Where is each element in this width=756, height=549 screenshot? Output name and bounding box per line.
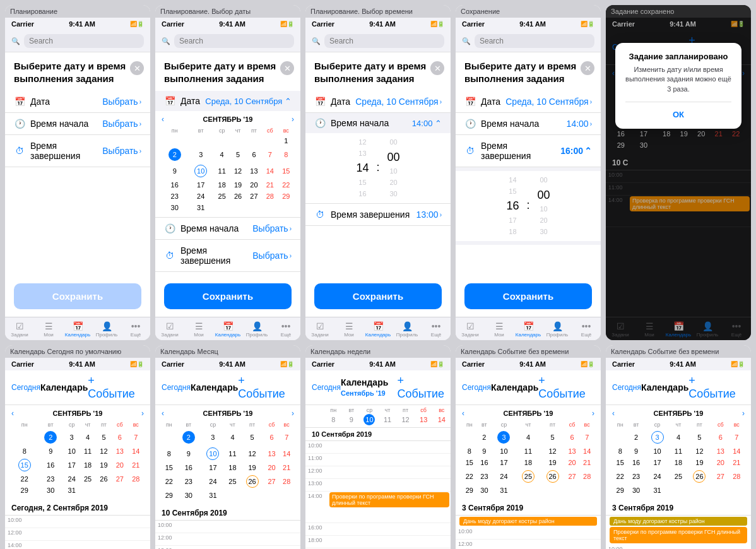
nav-tasks-1[interactable]: ☑Задани bbox=[5, 320, 34, 339]
nav-cal-3[interactable]: 📅Календарь bbox=[363, 320, 393, 339]
close-btn-4[interactable]: ✕ bbox=[581, 61, 594, 75]
dc[interactable]: 3 bbox=[64, 429, 80, 446]
search-bar-4[interactable]: 🔍 bbox=[456, 30, 601, 52]
next-9[interactable]: › bbox=[592, 409, 594, 418]
dc[interactable]: 22 bbox=[11, 473, 37, 485]
dc[interactable]: 21 bbox=[729, 457, 745, 468]
dc[interactable]: 5 bbox=[540, 429, 565, 446]
nav-more-1[interactable]: •••Ещё bbox=[121, 320, 150, 339]
cal-cell[interactable]: 29 bbox=[278, 191, 294, 202]
nav-cal-1[interactable]: 📅Календарь bbox=[63, 320, 92, 339]
dc[interactable]: 7 bbox=[279, 429, 294, 446]
dc[interactable]: 8 bbox=[612, 446, 628, 457]
dc[interactable]: 18 bbox=[670, 457, 686, 468]
dc[interactable]: 25 bbox=[80, 473, 95, 485]
nav-moi-2[interactable]: ☰Мои bbox=[184, 320, 213, 339]
mins-col-3[interactable]: 00 00 10 20 30 bbox=[382, 137, 405, 199]
dc[interactable]: 28 bbox=[128, 473, 144, 485]
dc[interactable]: 9 bbox=[628, 446, 644, 457]
dc[interactable]: 5 bbox=[96, 429, 112, 446]
dc[interactable]: 7 bbox=[579, 429, 594, 446]
cal-cell[interactable]: 3 bbox=[187, 146, 213, 163]
dc[interactable]: 17 bbox=[201, 462, 225, 473]
dc[interactable]: 10 bbox=[492, 446, 516, 457]
dc[interactable]: 28 bbox=[279, 473, 294, 490]
dc[interactable]: 22 bbox=[612, 468, 628, 485]
cal-cell[interactable]: 7 bbox=[262, 146, 278, 163]
start-time-row-1[interactable]: 🕐 Время начала Выбрать › bbox=[5, 113, 150, 135]
cal-cell[interactable]: 21 bbox=[262, 179, 278, 191]
dc[interactable]: 10 bbox=[644, 446, 670, 457]
dc[interactable]: 21 bbox=[579, 457, 594, 468]
dc[interactable]: 4 bbox=[670, 429, 686, 446]
prev-month-2[interactable]: ‹ bbox=[162, 115, 164, 124]
start-value-1[interactable]: Выбрать › bbox=[102, 119, 141, 129]
dc[interactable]: 15 bbox=[612, 457, 628, 468]
next-10[interactable]: › bbox=[742, 409, 745, 418]
dc[interactable]: 24 bbox=[201, 473, 225, 490]
dc[interactable]: 14 bbox=[279, 446, 294, 462]
nav-profile-1[interactable]: 👤Профиль bbox=[92, 320, 121, 339]
h15[interactable]: 15 bbox=[509, 186, 516, 198]
start-time-header-3[interactable]: 🕐 Время начала 14:00 ⌃ bbox=[305, 113, 451, 133]
dc[interactable]: 18 bbox=[225, 462, 240, 473]
cal-cell[interactable]: 24 bbox=[187, 191, 213, 202]
date-row-header-2[interactable]: 📅 Дата Среда, 10 Сентября ⌃ bbox=[155, 91, 300, 111]
dc[interactable]: 2 bbox=[477, 429, 492, 446]
hour-12[interactable]: 12 bbox=[358, 137, 366, 148]
hour-13[interactable]: 13 bbox=[358, 148, 366, 160]
dc[interactable]: 18 bbox=[80, 457, 95, 473]
dc[interactable]: 31 bbox=[644, 485, 670, 496]
dc[interactable]: 3 bbox=[492, 429, 516, 446]
dc[interactable]: 14 bbox=[128, 446, 144, 457]
dc[interactable]: 30 bbox=[477, 485, 492, 496]
end-time-row-3[interactable]: ⏱ Время завершения 13:00 › bbox=[305, 204, 451, 226]
hour-15[interactable]: 15 bbox=[358, 177, 366, 189]
dc[interactable]: 2 bbox=[628, 429, 644, 446]
nav-tasks-3[interactable]: ☑Задани bbox=[305, 320, 334, 339]
search-input-3[interactable] bbox=[324, 34, 444, 48]
nav-profile-4[interactable]: 👤Профиль bbox=[543, 320, 572, 339]
dc[interactable]: 3 bbox=[644, 429, 670, 446]
wdc-8-6[interactable]: сб13 bbox=[415, 405, 433, 427]
start-value-4[interactable]: 14:00 › bbox=[567, 119, 592, 129]
dc[interactable]: 25 bbox=[670, 468, 686, 485]
cal-cell[interactable]: 22 bbox=[278, 179, 294, 191]
nav-moi-4[interactable]: ☰Мои bbox=[485, 320, 514, 339]
dc[interactable]: 15 bbox=[162, 462, 177, 473]
end-value-1[interactable]: Выбрать › bbox=[102, 146, 141, 156]
hours-col-3[interactable]: 12 13 14 15 16 bbox=[351, 137, 374, 199]
cal-cell[interactable]: 11 bbox=[214, 163, 230, 179]
end-value-4[interactable]: 16:00 ⌃ bbox=[560, 146, 592, 156]
nav-more-4[interactable]: •••Ещё bbox=[572, 320, 601, 339]
today-btn-10[interactable]: Сегодня bbox=[612, 383, 641, 392]
dc[interactable]: 6 bbox=[112, 429, 127, 446]
cal-cell[interactable]: 10 bbox=[187, 163, 213, 179]
wdc-8-4[interactable]: чт11 bbox=[379, 405, 397, 427]
cal-cell[interactable]: 20 bbox=[246, 179, 262, 191]
dc[interactable]: 24 bbox=[64, 473, 80, 485]
next-6[interactable]: › bbox=[141, 409, 144, 418]
dc[interactable]: 14 bbox=[729, 446, 745, 457]
dc[interactable]: 28 bbox=[579, 468, 594, 485]
end-value-3[interactable]: 13:00 › bbox=[416, 210, 442, 220]
dc[interactable]: 23 bbox=[177, 473, 201, 490]
dc[interactable]: 29 bbox=[11, 485, 37, 496]
dc[interactable]: 2 bbox=[37, 429, 63, 446]
dc[interactable]: 13 bbox=[112, 446, 127, 457]
add-event-9[interactable]: + Событие bbox=[538, 374, 594, 401]
dc[interactable]: 26 bbox=[240, 473, 264, 490]
dc[interactable]: 27 bbox=[112, 473, 127, 485]
dc[interactable]: 29 bbox=[162, 490, 177, 501]
dc[interactable]: 27 bbox=[712, 468, 728, 485]
dc[interactable]: 26 bbox=[96, 473, 112, 485]
prev-10[interactable]: ‹ bbox=[612, 409, 615, 418]
nav-moi-1[interactable]: ☰Мои bbox=[34, 320, 63, 339]
cal-cell[interactable]: 5 bbox=[230, 146, 245, 163]
dc[interactable]: 12 bbox=[240, 446, 264, 462]
wdc-8-1[interactable]: пн8 bbox=[324, 405, 343, 427]
h18[interactable]: 18 bbox=[509, 227, 516, 238]
dc[interactable]: 9 bbox=[177, 446, 201, 462]
dc[interactable]: 14 bbox=[579, 446, 594, 457]
h16-sel[interactable]: 16 bbox=[506, 197, 519, 215]
